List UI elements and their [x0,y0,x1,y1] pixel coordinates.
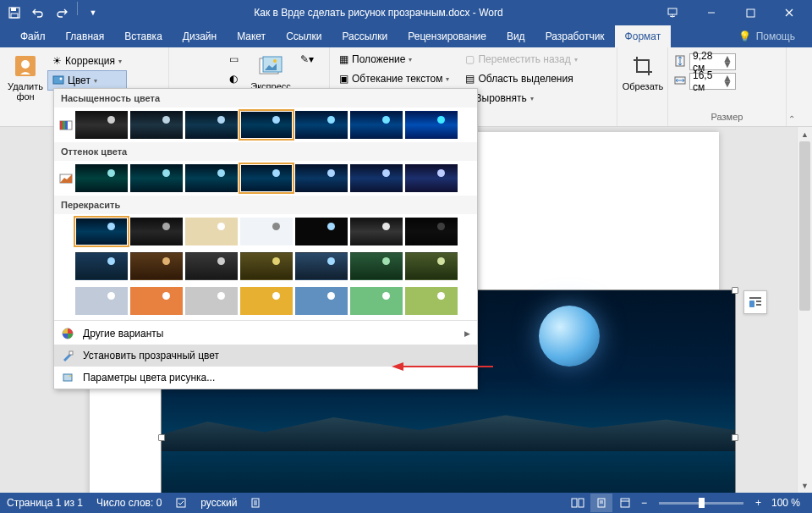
tone-thumb-2[interactable] [185,164,238,192]
wrap-icon: ▣ [339,73,348,85]
recolor-thumb-19[interactable] [350,287,403,315]
view-print-button[interactable] [590,494,612,512]
zoom-out-button[interactable]: − [638,497,650,509]
minimize-button[interactable] [692,0,731,25]
tab-references[interactable]: Ссылки [276,25,332,47]
tone-thumb-3[interactable] [240,164,293,192]
recolor-thumb-10[interactable] [240,252,293,280]
more-variants-item[interactable]: Другие варианты ▶ [54,323,477,345]
maximize-button[interactable] [731,0,770,25]
tone-thumb-5[interactable] [350,164,403,192]
word-count[interactable]: Число слов: 0 [96,497,162,509]
tab-format[interactable]: Формат [615,25,672,47]
recolor-thumb-13[interactable] [405,252,458,280]
border-button[interactable]: ▭ [225,50,243,69]
tab-view[interactable]: Вид [497,25,535,47]
recolor-row-1 [54,214,477,249]
handle-tr[interactable] [732,287,738,294]
recolor-thumb-16[interactable] [185,287,238,315]
handle-mr[interactable] [732,434,738,441]
tone-thumb-0[interactable] [75,164,128,192]
tab-insert[interactable]: Вставка [114,25,173,47]
recolor-thumb-14[interactable] [75,287,128,315]
redo-button[interactable] [51,2,73,24]
collapse-ribbon-button[interactable]: ⌃ [788,114,795,124]
recolor-thumb-15[interactable] [130,287,183,315]
recolor-thumb-8[interactable] [130,252,183,280]
ribbon-options-button[interactable] [653,0,692,25]
zoom-slider[interactable] [659,502,743,505]
align-button[interactable]: ≡ Выровнять ▾ [461,89,581,108]
page-indicator[interactable]: Страница 1 из 1 [7,497,83,509]
recolor-thumb-4[interactable] [295,218,348,245]
view-web-button[interactable] [614,494,636,512]
recolor-thumb-3[interactable] [240,218,293,245]
help-area[interactable]: 💡 Помощь [738,25,812,47]
tab-file[interactable]: Файл [10,25,56,47]
vertical-scrollbar[interactable]: ▲ ▼ [797,127,812,493]
transparent-icon [61,349,74,362]
sat-thumb-4[interactable] [295,111,348,139]
recolor-thumb-5[interactable] [350,218,403,245]
tone-thumb-1[interactable] [130,164,183,192]
tone-thumb-6[interactable] [405,164,458,192]
crop-button[interactable]: Обрезать [623,50,663,94]
recolor-thumb-6[interactable] [405,218,458,245]
svg-rect-18 [749,301,754,307]
recolor-thumb-2[interactable] [185,218,238,245]
tone-thumb-4[interactable] [295,164,348,192]
tab-layout[interactable]: Макет [227,25,276,47]
scroll-up[interactable]: ▲ [798,127,812,141]
sat-thumb-6[interactable] [405,111,458,139]
sat-thumb-1[interactable] [130,111,183,139]
undo-button[interactable] [27,2,49,24]
zoom-thumb[interactable] [699,498,705,508]
height-spinner[interactable]: 9,28 см▲▼ [673,53,736,70]
quick-access-toolbar: ▼ [3,2,104,24]
zoom-in-button[interactable]: + [752,497,765,509]
tab-mailings[interactable]: Рассылки [332,25,398,47]
scroll-thumb[interactable] [799,141,810,311]
remove-bg-button[interactable]: Удалить фон [5,50,46,104]
tab-developer[interactable]: Разработчик [535,25,615,47]
color-button[interactable]: Цвет ▾ [48,71,126,90]
height-icon [673,54,687,70]
sat-thumb-0[interactable] [75,111,128,139]
recolor-thumb-9[interactable] [185,252,238,280]
edit-button[interactable]: ✎▾ [299,50,315,69]
close-button[interactable] [770,0,809,25]
qat-customize[interactable]: ▼ [82,2,104,24]
width-spinner[interactable]: 16,5 см▲▼ [673,73,736,90]
recolor-thumb-0[interactable] [75,218,128,245]
layout-options-button[interactable] [743,290,767,314]
tab-review[interactable]: Рецензирование [398,25,497,47]
recolor-thumb-12[interactable] [350,252,403,280]
corrections-button[interactable]: ☀ Коррекция ▾ [48,52,126,70]
tab-home[interactable]: Главная [56,25,115,47]
tab-design[interactable]: Дизайн [173,25,227,47]
effects-button[interactable]: ◐ [225,69,243,88]
recolor-thumb-11[interactable] [295,252,348,280]
sat-thumb-5[interactable] [350,111,403,139]
scroll-down[interactable]: ▼ [798,478,812,493]
sat-thumb-2[interactable] [185,111,238,139]
wrap-button[interactable]: ▣ Обтекание текстом ▾ [335,69,453,88]
recolor-thumb-1[interactable] [130,218,183,245]
recolor-row-3 [54,284,477,318]
sat-thumb-3[interactable] [240,111,293,139]
spell-check[interactable] [175,497,187,509]
view-read-button[interactable] [567,494,589,512]
move-back-label: Переместить назад [478,53,570,65]
recolor-thumb-7[interactable] [75,252,128,280]
selection-button[interactable]: ▤ Область выделения [461,69,581,88]
recolor-thumb-18[interactable] [295,287,348,315]
recolor-thumb-20[interactable] [405,287,458,315]
handle-ml[interactable] [158,434,165,441]
save-button[interactable] [3,2,25,24]
zoom-level[interactable]: 100 % [766,497,805,509]
language-indicator[interactable]: русский [200,497,237,509]
saturation-row [54,108,477,142]
track-changes-icon[interactable] [250,497,262,509]
position-button[interactable]: ▦ Положение ▾ [335,50,453,69]
recolor-thumb-17[interactable] [240,287,293,315]
